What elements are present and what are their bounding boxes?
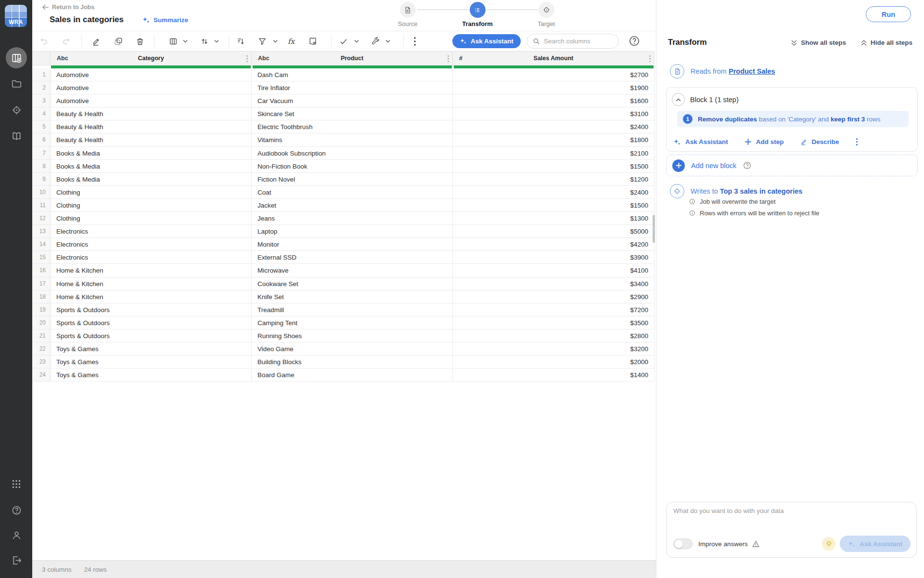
- cell-category[interactable]: Clothing: [51, 199, 252, 211]
- show-all-steps-button[interactable]: Show all steps: [791, 39, 846, 46]
- tools-button[interactable]: [371, 37, 380, 46]
- workflow-step-transform[interactable]: Transform: [456, 2, 499, 27]
- cell-sales-amount[interactable]: $3900: [453, 251, 654, 263]
- cell-category[interactable]: Home & Kitchen: [51, 277, 252, 290]
- cell-category[interactable]: Home & Kitchen: [51, 264, 252, 276]
- cell-category[interactable]: Automotive: [51, 94, 252, 107]
- cell-category[interactable]: Books & Media: [51, 173, 252, 185]
- cell-product[interactable]: Car Vacuum: [252, 94, 453, 107]
- table-row[interactable]: 23Toys & GamesBuilding Blocks$2000: [32, 355, 654, 368]
- column-header-product[interactable]: AbcProduct: [252, 52, 453, 65]
- cell-sales-amount[interactable]: $1900: [453, 81, 654, 94]
- table-row[interactable]: 1AutomotiveDash Cam$2700: [32, 68, 654, 81]
- column-header-category[interactable]: AbcCategory: [51, 52, 252, 65]
- cell-product[interactable]: Jacket: [252, 199, 453, 211]
- undo-button[interactable]: [40, 37, 49, 46]
- cell-product[interactable]: Laptop: [252, 225, 453, 237]
- top-rows-button[interactable]: [236, 37, 245, 46]
- cell-category[interactable]: Books & Media: [51, 147, 252, 159]
- ask-assistant-button[interactable]: Ask Assistant: [452, 34, 521, 48]
- writes-target-name[interactable]: Top 3 sales in categories: [720, 187, 802, 195]
- cell-sales-amount[interactable]: $2700: [453, 68, 654, 81]
- cell-product[interactable]: Cookware Set: [252, 277, 453, 290]
- cell-category[interactable]: Sports & Outdoors: [51, 329, 252, 342]
- validate-button[interactable]: [339, 37, 348, 46]
- cell-category[interactable]: Beauty & Health: [51, 120, 252, 133]
- cell-product[interactable]: Dash Cam: [252, 68, 453, 81]
- table-row[interactable]: 3AutomotiveCar Vacuum$1600: [32, 94, 654, 107]
- sidebar-item-targets[interactable]: [6, 99, 27, 120]
- cell-product[interactable]: Skincare Set: [252, 107, 453, 120]
- chevron-down-icon[interactable]: [385, 39, 390, 43]
- search-columns-input[interactable]: [544, 38, 611, 45]
- cell-sales-amount[interactable]: $3200: [453, 342, 654, 355]
- cell-sales-amount[interactable]: $7200: [453, 303, 654, 316]
- table-row[interactable]: 7Books & MediaAudiobook Subscription$210…: [32, 147, 654, 160]
- cell-sales-amount[interactable]: $2100: [453, 147, 654, 159]
- help-button[interactable]: [628, 35, 641, 47]
- cell-sales-amount[interactable]: $1500: [453, 160, 654, 172]
- chevron-down-icon[interactable]: [214, 39, 219, 43]
- cell-product[interactable]: External SSD: [252, 251, 453, 263]
- table-row[interactable]: 5Beauty & HealthElectric Toothbrush$2400: [32, 120, 654, 133]
- describe-button[interactable]: Describe: [800, 138, 839, 145]
- add-step-button[interactable]: Add step: [744, 138, 784, 145]
- redo-button[interactable]: [62, 37, 71, 46]
- sort-button[interactable]: [200, 37, 209, 46]
- return-to-jobs-link[interactable]: Return to Jobs: [42, 4, 94, 11]
- cell-category[interactable]: Beauty & Health: [51, 133, 252, 146]
- edit-button[interactable]: [92, 37, 101, 46]
- block-ask-assistant-button[interactable]: Ask Assistant: [673, 138, 728, 146]
- column-menu-icon[interactable]: [246, 55, 248, 63]
- cell-sales-amount[interactable]: $3500: [453, 316, 654, 329]
- cell-category[interactable]: Automotive: [51, 81, 252, 94]
- cell-product[interactable]: Microwave: [252, 264, 453, 276]
- column-header-sales-amount[interactable]: #Sales Amount: [453, 52, 654, 65]
- cell-product[interactable]: Knife Set: [252, 290, 453, 303]
- table-row[interactable]: 6Beauty & HealthVitamins$1800: [32, 133, 654, 146]
- chevron-down-icon[interactable]: [354, 39, 359, 43]
- table-row[interactable]: 16Home & KitchenMicrowave$4100: [32, 264, 654, 277]
- cell-sales-amount[interactable]: $1400: [453, 368, 654, 381]
- column-menu-icon[interactable]: [649, 55, 651, 63]
- duplicate-button[interactable]: [114, 37, 123, 46]
- sidebar-item-logout[interactable]: [6, 550, 27, 571]
- hide-all-steps-button[interactable]: Hide all steps: [860, 39, 912, 46]
- sidebar-item-profile[interactable]: [6, 525, 27, 546]
- cell-category[interactable]: Sports & Outdoors: [51, 303, 252, 316]
- table-row[interactable]: 17Home & KitchenCookware Set$3400: [32, 277, 654, 290]
- cell-sales-amount[interactable]: $3100: [453, 107, 654, 120]
- more-options-button[interactable]: [413, 37, 416, 46]
- cell-category[interactable]: Books & Media: [51, 160, 252, 172]
- cell-category[interactable]: Home & Kitchen: [51, 290, 252, 303]
- cell-sales-amount[interactable]: $2400: [453, 186, 654, 198]
- chevron-down-icon[interactable]: [183, 39, 188, 43]
- cell-product[interactable]: Vitamins: [252, 133, 453, 146]
- cell-product[interactable]: Board Game: [252, 368, 453, 381]
- cell-product[interactable]: Tire Inflator: [252, 81, 453, 94]
- summarize-button[interactable]: Summarize: [142, 16, 188, 24]
- cell-product[interactable]: Camping Tent: [252, 316, 453, 329]
- cell-sales-amount[interactable]: $4200: [453, 238, 654, 250]
- table-row[interactable]: 8Books & MediaNon-Fiction Book$1500: [32, 160, 654, 173]
- suggestions-button[interactable]: [822, 537, 835, 551]
- help-circle-icon[interactable]: [743, 161, 752, 170]
- collapse-block-button[interactable]: [672, 93, 685, 106]
- block-more-button[interactable]: [856, 138, 858, 146]
- cell-sales-amount[interactable]: $1500: [453, 199, 654, 211]
- cell-product[interactable]: Fiction Novel: [252, 173, 453, 185]
- table-row[interactable]: 20Sports & OutdoorsCamping Tent$3500: [32, 316, 654, 329]
- cell-product[interactable]: Treadmill: [252, 303, 453, 316]
- cell-product[interactable]: Audiobook Subscription: [252, 147, 453, 159]
- table-row[interactable]: 13ElectronicsLaptop$5000: [32, 225, 654, 238]
- cell-sales-amount[interactable]: $1600: [453, 94, 654, 107]
- sidebar-item-sheet[interactable]: [6, 47, 27, 68]
- sidebar-item-projects[interactable]: [6, 73, 27, 94]
- workflow-step-target[interactable]: Target: [525, 2, 568, 27]
- cell-product[interactable]: Running Shoes: [252, 329, 453, 342]
- sidebar-item-help[interactable]: [6, 499, 27, 521]
- table-row[interactable]: 9Books & MediaFiction Novel$1200: [32, 173, 654, 186]
- add-new-block-button[interactable]: Add new block: [666, 155, 918, 176]
- cell-category[interactable]: Automotive: [51, 68, 252, 81]
- app-logo[interactable]: WRA: [5, 5, 27, 27]
